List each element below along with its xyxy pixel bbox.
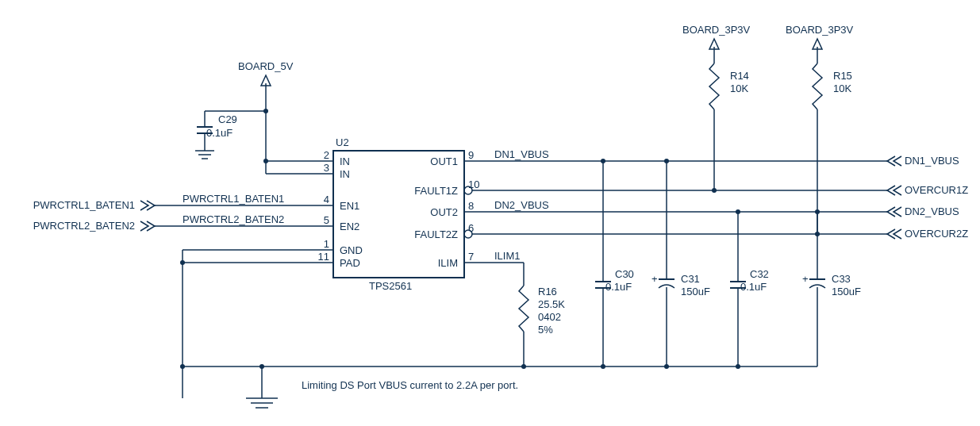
net-dn1: DN1_VBUS	[494, 148, 549, 160]
svg-point-52	[521, 364, 526, 369]
svg-point-16	[263, 159, 268, 163]
c33-plus: +	[802, 273, 809, 285]
r15-ref: R15	[833, 70, 852, 82]
svg-point-65	[736, 209, 740, 214]
pin-out1: OUT1	[430, 155, 458, 167]
c30-ref: C30	[615, 268, 634, 280]
c32-val: 0.1uF	[740, 281, 767, 293]
pin-f1: FAULT1Z	[414, 185, 458, 197]
port-right-icon	[887, 156, 901, 239]
port-oc2: OVERCUR2Z	[905, 228, 968, 240]
power-5v-label: BOARD_5V	[238, 60, 294, 72]
r16-pkg: 0402	[538, 311, 561, 323]
c31-val: 150uF	[681, 286, 710, 297]
r16-val: 25.5K	[538, 298, 565, 310]
gnd-icon-c29	[195, 151, 214, 159]
c29-val: 0.1uF	[206, 127, 233, 139]
pin-f2: FAULT2Z	[414, 228, 458, 240]
pinnum-8: 8	[468, 200, 474, 212]
c33-val: 150uF	[832, 286, 861, 297]
c32-ref: C32	[750, 268, 769, 280]
pinnum-7: 7	[468, 251, 474, 263]
svg-point-54	[601, 159, 605, 163]
u2-type: TPS2561	[369, 280, 412, 292]
r15-val: 10K	[833, 83, 851, 94]
r16-tol: 5%	[538, 324, 553, 336]
port-pwrctrl2: PWRCTRL2_BATEN2	[33, 220, 135, 232]
svg-point-37	[259, 364, 264, 369]
svg-point-71	[815, 209, 820, 214]
pinnum-5: 5	[324, 214, 329, 226]
pinnum-1: 1	[324, 238, 329, 250]
c29-ref: C29	[218, 113, 237, 125]
svg-point-63	[664, 364, 669, 369]
port-dn2: DN2_VBUS	[905, 205, 959, 217]
c31-plus: +	[651, 273, 658, 285]
net-dn2: DN2_VBUS	[494, 199, 549, 211]
r14-icon	[709, 63, 719, 109]
pin-out2: OUT2	[430, 206, 458, 218]
svg-point-45	[712, 188, 717, 193]
port-pwrctrl1: PWRCTRL1_BATEN1	[33, 199, 135, 211]
r14-ref: R14	[730, 70, 749, 82]
pinnum-10: 10	[468, 178, 479, 190]
pinnum-9: 9	[468, 149, 474, 161]
net-ilim: ILIM1	[494, 250, 521, 262]
pin-gnd: GND	[340, 244, 363, 256]
r16-ref: R16	[538, 286, 557, 297]
gnd-icon-main	[246, 398, 278, 408]
pin-pad: PAD	[340, 257, 360, 269]
schematic: U2 TPS2561 IN IN EN1 EN2 GND PAD OUT1 FA…	[0, 0, 980, 426]
r15-icon	[813, 63, 822, 109]
svg-point-69	[736, 364, 740, 369]
pinnum-3: 3	[324, 162, 329, 174]
power-3v3-b: BOARD_3P3V	[786, 24, 854, 36]
pin-in-b: IN	[340, 168, 350, 180]
c30-val: 0.1uF	[605, 281, 632, 293]
c33-ref: C33	[832, 273, 851, 285]
pinnum-2: 2	[324, 149, 329, 161]
svg-point-31	[180, 260, 185, 265]
port-dn1: DN1_VBUS	[905, 155, 959, 167]
net-pwrctrl2: PWRCTRL2_BATEN2	[183, 213, 284, 225]
c31-ref: C31	[681, 273, 700, 285]
svg-point-38	[180, 364, 185, 369]
svg-point-60	[664, 159, 669, 163]
pin-in-a: IN	[340, 155, 350, 167]
pin-en2: EN2	[340, 221, 359, 232]
pinnum-11: 11	[318, 251, 329, 263]
r14-val: 10K	[730, 83, 748, 94]
u2-ref: U2	[336, 136, 349, 148]
power-3v3-a: BOARD_3P3V	[682, 24, 751, 36]
pin-en1: EN1	[340, 200, 359, 212]
svg-point-58	[601, 364, 605, 369]
port-oc1: OVERCUR1Z	[905, 184, 968, 196]
pin-ilim: ILIM	[438, 257, 458, 269]
pinnum-4: 4	[324, 194, 329, 205]
r16-icon	[519, 286, 528, 332]
net-pwrctrl1: PWRCTRL1_BATEN1	[183, 193, 284, 205]
note-text: Limiting DS Port VBUS current to 2.2A pe…	[302, 379, 518, 391]
svg-point-18	[263, 109, 268, 113]
